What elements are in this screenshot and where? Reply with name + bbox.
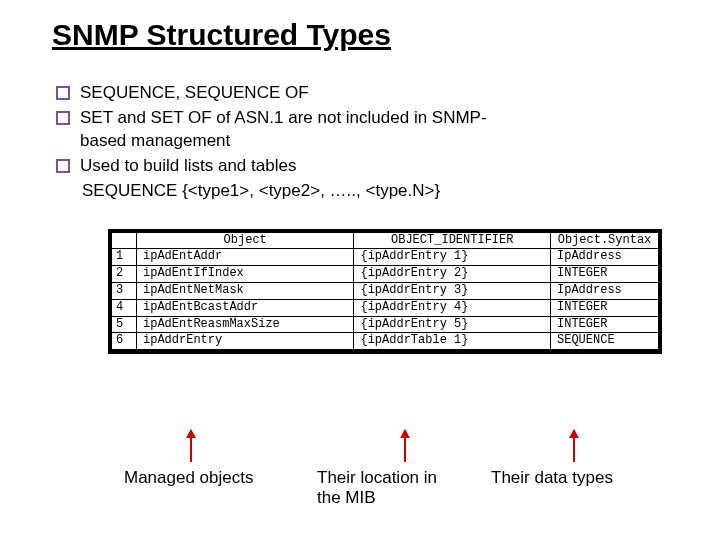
bullet-icon: [56, 159, 70, 173]
bullet-list: SEQUENCE, SEQUENCE OF SET and SET OF of …: [0, 52, 720, 203]
caption-line: Their location in: [317, 468, 437, 488]
table-cell: INTEGER: [551, 316, 659, 333]
table-cell: {ipAddrEntry 1}: [354, 249, 551, 266]
table-cell: 2: [112, 266, 137, 283]
table-header-cell: Object: [137, 232, 354, 249]
slide-title: SNMP Structured Types: [0, 0, 720, 52]
arrow-icon: [573, 430, 575, 462]
caption-data-types: Their data types: [491, 468, 613, 488]
table-cell: 1: [112, 249, 137, 266]
table-cell: {ipAddrEntry 5}: [354, 316, 551, 333]
bullet-item: SEQUENCE, SEQUENCE OF: [56, 82, 720, 105]
table-cell: 6: [112, 333, 137, 350]
table-cell: ipAdEntBcastAddr: [137, 299, 354, 316]
table-cell: {ipAddrTable 1}: [354, 333, 551, 350]
table-cell: {ipAddrEntry 4}: [354, 299, 551, 316]
mib-table: Object OBJECT_IDENTIFIER Object.Syntax 1…: [108, 229, 662, 355]
table-cell: 5: [112, 316, 137, 333]
table-header-cell: Object.Syntax: [551, 232, 659, 249]
table-cell: INTEGER: [551, 266, 659, 283]
table-cell: IpAddress: [551, 283, 659, 300]
table-cell: IpAddress: [551, 249, 659, 266]
table-row: 5 ipAdEntReasmMaxSize {ipAddrEntry 5} IN…: [112, 316, 659, 333]
table-cell: ipAdEntReasmMaxSize: [137, 316, 354, 333]
caption-managed-objects: Managed objects: [124, 468, 253, 488]
table-cell: {ipAddrEntry 3}: [354, 283, 551, 300]
table-row: 3 ipAdEntNetMask {ipAddrEntry 3} IpAddre…: [112, 283, 659, 300]
table-cell: 4: [112, 299, 137, 316]
table-row: 2 ipAdEntIfIndex {ipAddrEntry 2} INTEGER: [112, 266, 659, 283]
caption-line: the MIB: [317, 488, 437, 508]
table-cell: ipAdEntNetMask: [137, 283, 354, 300]
table-header-row: Object OBJECT_IDENTIFIER Object.Syntax: [112, 232, 659, 249]
table-cell: {ipAddrEntry 2}: [354, 266, 551, 283]
table-cell: SEQUENCE: [551, 333, 659, 350]
table-row: 4 ipAdEntBcastAddr {ipAddrEntry 4} INTEG…: [112, 299, 659, 316]
bullet-icon: [56, 111, 70, 125]
table-row: 1 ipAdEntAddr {ipAddrEntry 1} IpAddress: [112, 249, 659, 266]
table-cell: ipAddrEntry: [137, 333, 354, 350]
bullet-text: SEQUENCE, SEQUENCE OF: [80, 82, 309, 105]
table-row: 6 ipAddrEntry {ipAddrTable 1} SEQUENCE: [112, 333, 659, 350]
bullet-text: Used to build lists and tables: [80, 155, 296, 178]
table-cell: INTEGER: [551, 299, 659, 316]
bullet-subtext: SEQUENCE {<type1>, <type2>, ….., <type.N…: [56, 180, 720, 203]
bullet-item: Used to build lists and tables: [56, 155, 720, 178]
table-header-cell: [112, 232, 137, 249]
arrow-icon: [190, 430, 192, 462]
bullet-icon: [56, 86, 70, 100]
arrow-icon: [404, 430, 406, 462]
bullet-text: SET and SET OF of ASN.1 are not included…: [80, 107, 510, 153]
table-cell: ipAdEntIfIndex: [137, 266, 354, 283]
bullet-item: SET and SET OF of ASN.1 are not included…: [56, 107, 720, 153]
caption-location: Their location in the MIB: [317, 468, 437, 508]
table-header-cell: OBJECT_IDENTIFIER: [354, 232, 551, 249]
table-cell: 3: [112, 283, 137, 300]
table-cell: ipAdEntAddr: [137, 249, 354, 266]
